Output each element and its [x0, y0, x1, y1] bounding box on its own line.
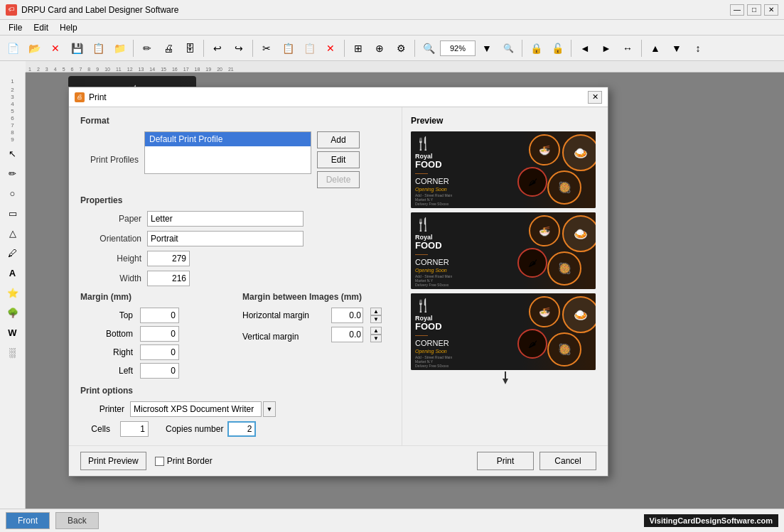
print-preview-button[interactable]: Print Preview [80, 452, 146, 470]
ellipse-tool[interactable]: ○ [4, 184, 22, 202]
select-tool[interactable]: ↖ [4, 144, 22, 163]
printer-label: Printer [80, 404, 130, 414]
cancel-button[interactable]: Cancel [539, 452, 596, 470]
settings-button[interactable]: ⚙ [391, 38, 411, 58]
copies-group: Copies number [166, 421, 256, 437]
close-file-button[interactable]: ✕ [45, 38, 65, 58]
status-bar: Front Back VisitingCardDesignSoftware.co… [0, 509, 784, 531]
open-button[interactable]: 📂 [24, 38, 44, 58]
print-button[interactable]: Print [477, 452, 534, 470]
arrow-left-button[interactable]: ◄ [575, 38, 595, 58]
pen-tool[interactable]: 🖊 [4, 244, 22, 262]
print-button[interactable]: 🖨 [159, 38, 178, 58]
left-margin-label: Left [80, 366, 137, 376]
delete-profile-button[interactable]: Delete [317, 171, 360, 188]
orientation-input[interactable] [147, 231, 304, 246]
printer-dropdown-btn[interactable]: ▼ [263, 401, 276, 417]
pencil-tool[interactable]: ✏ [4, 164, 22, 183]
vertical-spinner[interactable]: ▲ ▼ [370, 327, 385, 342]
arrow-down-button[interactable]: ▼ [667, 38, 687, 58]
v-spin-up[interactable]: ▲ [370, 327, 382, 335]
img-margin-col: Margin between Images (mm) Horizontal ma… [242, 292, 390, 379]
width-label: Width [83, 273, 147, 283]
maximize-button[interactable]: □ [747, 4, 761, 16]
delete-button[interactable]: ✕ [321, 38, 340, 58]
database-button[interactable]: 🗄 [180, 38, 200, 58]
star-tool[interactable]: ⭐ [4, 283, 22, 302]
edit-profile-button[interactable]: Edit [317, 151, 360, 168]
height-label: Height [83, 254, 147, 264]
profile-list[interactable]: Default Print Profile [144, 131, 311, 174]
triangle-tool[interactable]: △ [4, 224, 22, 242]
print-border-checkbox[interactable] [155, 457, 164, 466]
horizontal-margin-input[interactable] [331, 308, 363, 323]
print-profiles-row: Print Profiles Default Print Profile Add… [80, 131, 390, 188]
dialog-close-button[interactable]: ✕ [588, 91, 602, 104]
height-input[interactable] [147, 251, 190, 266]
paper-input[interactable] [147, 211, 304, 227]
print-border-label: Print Border [167, 456, 213, 466]
arrow-h-button[interactable]: ↔ [618, 38, 638, 58]
arrow-v-button[interactable]: ↕ [688, 38, 708, 58]
zoom-input[interactable]: 92% [440, 40, 476, 56]
menu-file[interactable]: File [3, 21, 28, 34]
h-spin-up[interactable]: ▲ [370, 308, 382, 315]
back-tab[interactable]: Back [55, 512, 99, 529]
align-button[interactable]: ⊕ [370, 38, 390, 58]
new-button[interactable]: 📄 [3, 38, 23, 58]
top-margin-input[interactable] [140, 308, 179, 323]
paste-button[interactable]: 📋 [299, 38, 319, 58]
h-spin-down[interactable]: ▼ [370, 315, 382, 323]
v-spin-down[interactable]: ▼ [370, 335, 382, 342]
left-margin-input[interactable] [140, 363, 179, 379]
vertical-margin-input[interactable] [331, 327, 363, 342]
menu-help[interactable]: Help [54, 21, 83, 34]
zoom-out-btn[interactable]: 🔍 [498, 38, 518, 58]
rect-tool[interactable]: ▭ [4, 204, 22, 222]
right-margin-input[interactable] [140, 344, 179, 360]
copy-button[interactable]: 📋 [278, 38, 298, 58]
paper-label: Paper [83, 214, 147, 224]
watermark-text: VisitingCardDesignSoftware.com [644, 514, 778, 527]
separator-1 [133, 40, 134, 57]
save-button[interactable]: 💾 [67, 38, 87, 58]
width-input[interactable] [147, 271, 190, 286]
arrow-indicator [411, 371, 599, 386]
menu-edit[interactable]: Edit [28, 21, 54, 34]
profile-item[interactable]: Default Print Profile [145, 132, 311, 146]
image-tool[interactable]: 🌳 [4, 303, 22, 322]
zoom-in-btn[interactable]: 🔍 [419, 38, 439, 58]
preview-card-3: 🍴 Royal FOOD —— CORNER Opening Soon Add … [411, 293, 596, 370]
watermark-tool[interactable]: W [4, 323, 22, 342]
copies-label: Copies number [166, 424, 223, 434]
print-dialog: 🖨 Print ✕ Format Print Profiles [68, 87, 608, 477]
minimize-button[interactable]: — [730, 4, 744, 16]
save-as-button[interactable]: 📋 [88, 38, 108, 58]
printer-input[interactable] [130, 401, 262, 417]
arrow-right-button[interactable]: ► [596, 38, 616, 58]
copies-input[interactable] [227, 421, 256, 437]
add-profile-button[interactable]: Add [317, 131, 360, 148]
close-button[interactable]: ✕ [764, 4, 778, 16]
horizontal-spinner[interactable]: ▲ ▼ [370, 308, 385, 323]
front-tab[interactable]: Front [6, 512, 50, 529]
preview-section: Preview 🍴 Royal FOOD —— [402, 107, 608, 445]
lock-button[interactable]: 🔒 [526, 38, 546, 58]
text-tool[interactable]: A [4, 264, 22, 282]
cells-input[interactable] [120, 421, 149, 437]
pattern-tool[interactable]: ░ [4, 343, 22, 362]
separator-5 [414, 40, 415, 57]
bottom-margin-input[interactable] [140, 326, 179, 342]
cut-button[interactable]: ✂ [257, 38, 276, 58]
arrow-up-button[interactable]: ▲ [645, 38, 665, 58]
grid-button[interactable]: ⊞ [348, 38, 368, 58]
folder-button[interactable]: 📁 [109, 38, 129, 58]
undo-button[interactable]: ↩ [208, 38, 227, 58]
width-row: Width [83, 271, 390, 286]
unlock-button[interactable]: 🔓 [547, 38, 567, 58]
edit-button[interactable]: ✏ [137, 38, 157, 58]
cells-label: Cells [80, 424, 116, 434]
redo-button[interactable]: ↪ [229, 38, 249, 58]
zoom-dropdown[interactable]: ▼ [477, 38, 497, 58]
separator-8 [641, 40, 642, 57]
